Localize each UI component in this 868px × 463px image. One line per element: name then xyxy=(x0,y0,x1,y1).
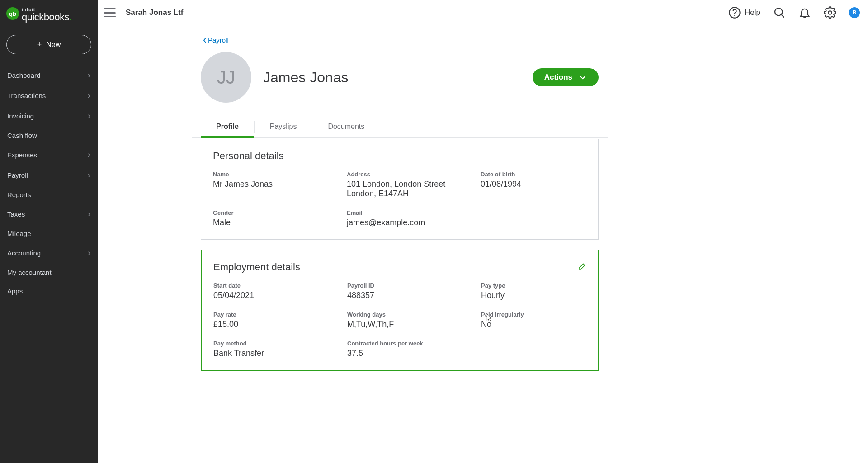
field-address: Address 101 London, London Street London… xyxy=(347,171,481,198)
sidebar-item-label: Reports xyxy=(7,191,31,198)
sidebar-item-my-accountant[interactable]: My accountant xyxy=(0,263,98,282)
field-label: Start date xyxy=(213,282,347,289)
sidebar-item-apps[interactable]: Apps xyxy=(0,282,98,300)
field-label: Name xyxy=(213,171,347,178)
field-pay-method: Pay method Bank Transfer xyxy=(213,340,347,358)
brand-badge-icon: qb xyxy=(6,7,19,20)
tab-profile[interactable]: Profile xyxy=(201,117,254,137)
edit-icon[interactable] xyxy=(577,263,586,272)
topbar: Sarah Jonas Ltf Help B xyxy=(98,0,868,25)
actions-button-label: Actions xyxy=(544,73,572,82)
field-value: 05/04/2021 xyxy=(213,291,347,300)
field-value: 488357 xyxy=(347,291,481,300)
help-button[interactable]: Help xyxy=(728,6,760,19)
breadcrumb-label: Payroll xyxy=(208,36,229,44)
field-gender: Gender Male xyxy=(213,209,347,227)
new-button-label: New xyxy=(46,41,61,49)
tab-payslips[interactable]: Payslips xyxy=(255,117,312,137)
field-label: Email xyxy=(347,209,481,216)
svg-line-3 xyxy=(781,14,784,17)
field-value: £15.00 xyxy=(213,320,347,329)
sidebar-item-payroll[interactable]: Payroll › xyxy=(0,165,98,185)
field-value: Hourly xyxy=(481,291,586,300)
field-start-date: Start date 05/04/2021 xyxy=(213,282,347,300)
employee-header: JJ James Jonas Actions xyxy=(201,52,599,103)
employee-name: James Jonas xyxy=(263,69,349,86)
field-label: Payroll ID xyxy=(347,282,481,289)
chevron-left-icon xyxy=(203,37,207,43)
address-line-1: 101 London, London Street xyxy=(347,180,481,189)
main-content: Payroll JJ James Jonas Actions Profile P… xyxy=(98,25,868,463)
svg-point-1 xyxy=(734,15,735,16)
sidebar-item-label: Cash flow xyxy=(7,132,37,139)
field-name: Name Mr James Jonas xyxy=(213,171,347,198)
sidebar: qb intuit quickbooks. + New Dashboard › … xyxy=(0,0,98,463)
chevron-right-icon: › xyxy=(88,209,90,219)
actions-button[interactable]: Actions xyxy=(533,68,599,86)
sidebar-item-label: Accounting xyxy=(7,249,41,257)
sidebar-item-transactions[interactable]: Transactions › xyxy=(0,85,98,106)
sidebar-item-label: Dashboard xyxy=(7,71,40,79)
chevron-right-icon: › xyxy=(88,91,90,100)
field-label: Working days xyxy=(347,311,481,318)
sidebar-item-label: Transactions xyxy=(7,92,46,99)
search-icon[interactable] xyxy=(773,6,786,19)
brand-logo[interactable]: qb intuit quickbooks. xyxy=(0,5,98,33)
field-paid-irregularly: Paid irregularly No xyxy=(481,311,586,329)
sidebar-item-accounting[interactable]: Accounting › xyxy=(0,243,98,263)
chevron-right-icon: › xyxy=(88,170,90,180)
brand-main-label: quickbooks. xyxy=(22,12,72,22)
field-label: Address xyxy=(347,171,481,178)
user-avatar[interactable]: B xyxy=(849,7,860,18)
brand-text: intuit quickbooks. xyxy=(22,7,72,22)
sidebar-item-cash-flow[interactable]: Cash flow xyxy=(0,126,98,145)
sidebar-item-mileage[interactable]: Mileage xyxy=(0,224,98,243)
sidebar-nav: Dashboard › Transactions › Invoicing › C… xyxy=(0,63,98,300)
field-value: 101 London, London Street London, E147AH xyxy=(347,180,481,198)
breadcrumb-back-link[interactable]: Payroll xyxy=(203,36,229,44)
sidebar-item-taxes[interactable]: Taxes › xyxy=(0,204,98,224)
field-label: Contracted hours per week xyxy=(347,340,481,347)
card-title-employment: Employment details xyxy=(213,261,300,273)
sidebar-item-invoicing[interactable]: Invoicing › xyxy=(0,106,98,126)
new-button[interactable]: + New xyxy=(6,35,91,54)
sidebar-item-reports[interactable]: Reports xyxy=(0,185,98,204)
sidebar-item-label: My accountant xyxy=(7,269,52,276)
field-pay-rate: Pay rate £15.00 xyxy=(213,311,347,329)
gear-icon[interactable] xyxy=(824,6,836,19)
field-label: Pay rate xyxy=(213,311,347,318)
hamburger-icon[interactable] xyxy=(104,8,116,17)
field-label: Pay type xyxy=(481,282,586,289)
field-payroll-id: Payroll ID 488357 xyxy=(347,282,481,300)
plus-icon: + xyxy=(37,40,42,49)
field-email: Email james@example.com xyxy=(347,209,481,227)
field-working-days: Working days M,Tu,W,Th,F xyxy=(347,311,481,329)
tab-documents[interactable]: Documents xyxy=(312,117,380,137)
sidebar-item-label: Payroll xyxy=(7,171,28,179)
field-value: Male xyxy=(213,218,347,227)
help-icon xyxy=(728,6,741,19)
help-label: Help xyxy=(745,8,760,17)
field-label: Paid irregularly xyxy=(481,311,586,318)
field-dob: Date of birth 01/08/1994 xyxy=(481,171,586,198)
sidebar-item-dashboard[interactable]: Dashboard › xyxy=(0,65,98,85)
chevron-right-icon: › xyxy=(88,248,90,258)
card-title-personal: Personal details xyxy=(213,150,284,162)
chevron-right-icon: › xyxy=(88,111,90,121)
chevron-right-icon: › xyxy=(88,71,90,80)
sidebar-item-label: Mileage xyxy=(7,230,31,237)
personal-details-card: Personal details Name Mr James Jonas Add… xyxy=(201,139,599,240)
field-value: 01/08/1994 xyxy=(481,180,586,189)
sidebar-item-label: Invoicing xyxy=(7,112,34,120)
field-contracted-hours: Contracted hours per week 37.5 xyxy=(347,340,481,358)
field-label: Gender xyxy=(213,209,347,216)
chevron-right-icon: › xyxy=(88,150,90,160)
sidebar-item-label: Apps xyxy=(7,287,23,295)
chevron-down-icon xyxy=(579,73,587,81)
sidebar-item-expenses[interactable]: Expenses › xyxy=(0,145,98,165)
company-name: Sarah Jonas Ltf xyxy=(126,8,184,17)
employment-details-card: Employment details Start date 05/04/2021… xyxy=(201,250,599,371)
field-value: No xyxy=(481,320,586,329)
field-value: M,Tu,W,Th,F xyxy=(347,320,481,329)
bell-icon[interactable] xyxy=(798,6,811,19)
